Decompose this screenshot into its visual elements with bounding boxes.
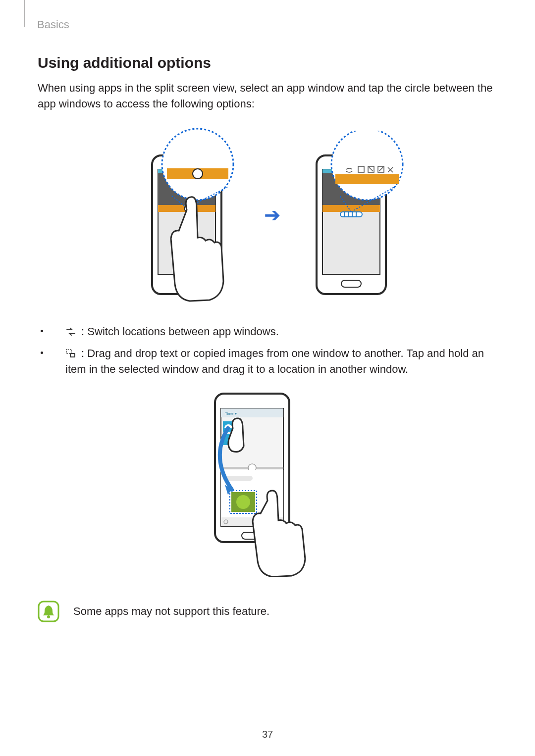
- phone-options-revealed-illustration: [293, 131, 412, 299]
- svg-rect-18: [340, 212, 362, 217]
- switch-windows-icon: [65, 327, 76, 337]
- svg-text:Time ▾: Time ▾: [225, 411, 237, 416]
- figure-drag-drop: Time ▾: [38, 389, 497, 577]
- svg-point-7: [162, 129, 233, 200]
- bullet-dot: [41, 352, 43, 354]
- svg-point-9: [193, 169, 203, 179]
- bullet-switch-locations: : Switch locations between app windows.: [38, 324, 497, 340]
- drag-drop-icon: [65, 349, 76, 358]
- arrow-right-icon: ➔: [264, 205, 281, 225]
- note-text: Some apps may not support this feature.: [73, 605, 269, 618]
- svg-rect-24: [335, 174, 399, 184]
- section-heading: Using additional options: [38, 54, 497, 71]
- manual-page: Basics Using additional options When usi…: [0, 0, 535, 756]
- breadcrumb: Basics: [37, 18, 69, 31]
- page-number: 37: [0, 729, 535, 740]
- svg-point-49: [236, 495, 250, 509]
- svg-rect-15: [322, 205, 380, 212]
- svg-point-55: [47, 615, 50, 618]
- bullet-switch-text: : Switch locations between app windows.: [78, 325, 279, 338]
- header-rule: [24, 0, 25, 27]
- bullet-dot: [41, 330, 43, 332]
- intro-paragraph: When using apps in the split screen view…: [38, 80, 497, 112]
- svg-point-23: [331, 131, 403, 200]
- bullet-drag-drop: : Drag and drop text or copied images fr…: [38, 346, 497, 377]
- figure-split-options: ➔: [38, 126, 497, 304]
- note-row: Some apps may not support this feature.: [38, 601, 497, 622]
- options-bullet-list: : Switch locations between app windows. …: [38, 324, 497, 377]
- phone-tap-circle-illustration: [123, 126, 252, 304]
- svg-rect-36: [71, 354, 74, 356]
- bullet-drag-text: : Drag and drop text or copied images fr…: [65, 347, 484, 375]
- phone-drag-illustration: Time ▾: [193, 389, 342, 577]
- bell-note-icon: [38, 601, 59, 622]
- svg-rect-34: [66, 350, 71, 353]
